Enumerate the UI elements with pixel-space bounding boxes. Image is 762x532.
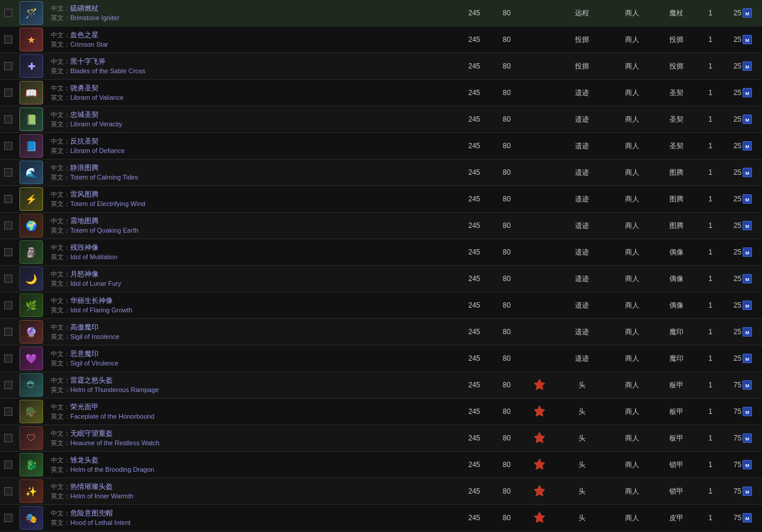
- item-name-col: 中文：骁勇圣契 英文：Libram of Valiance: [46, 82, 458, 103]
- table-row: 🛡 中文：无眠守望重盔 英文：Heaume of the Restless Wa…: [0, 425, 762, 452]
- item-type: 偶像: [656, 301, 697, 311]
- row-checkbox-col: [0, 195, 17, 203]
- item-name-col: 中文：静浪图腾 英文：Totem of Calming Tides: [46, 162, 458, 183]
- item-price: 25 M: [724, 168, 762, 177]
- currency-icon: M: [743, 221, 752, 230]
- row-checkbox[interactable]: [4, 168, 12, 177]
- item-slot: 头: [555, 513, 609, 523]
- currency-icon: M: [743, 88, 752, 97]
- row-checkbox[interactable]: [4, 381, 12, 389]
- item-name-col: 中文：荣光面甲 英文：Faceplate of the Honorbound: [46, 401, 458, 422]
- item-faction: [523, 351, 555, 365]
- item-name-cn: 中文：荣光面甲: [51, 402, 453, 412]
- table-row: 🌍 中文：震地图腾 英文：Totem of Quaking Earth 245 …: [0, 213, 762, 239]
- currency-icon: M: [743, 274, 752, 283]
- row-checkbox-col: [0, 142, 17, 150]
- item-slot: 投掷: [555, 61, 609, 71]
- item-count: 1: [697, 354, 724, 363]
- svg-marker-34: [534, 432, 545, 443]
- item-type: 图腾: [656, 221, 697, 231]
- item-count: 1: [697, 221, 724, 230]
- row-checkbox[interactable]: [4, 248, 12, 256]
- item-slot: 遗迹: [555, 301, 609, 311]
- item-type: 投掷: [656, 35, 697, 45]
- item-price: 75 M: [724, 407, 762, 416]
- row-checkbox-col: [0, 248, 17, 256]
- price-value: 25: [734, 168, 741, 177]
- item-icon: 🌍: [19, 214, 43, 237]
- svg-marker-31: [534, 406, 545, 416]
- item-price: 25 M: [724, 221, 762, 230]
- row-checkbox[interactable]: [4, 461, 12, 469]
- currency-icon: M: [743, 354, 752, 363]
- row-checkbox[interactable]: [4, 514, 12, 522]
- item-icon: 💜: [19, 347, 43, 370]
- row-checkbox[interactable]: [4, 221, 12, 230]
- item-req-level: 80: [490, 275, 523, 283]
- item-name-en: 英文：Hood of Lethal Intent: [51, 518, 453, 527]
- item-req-level: 80: [490, 328, 523, 336]
- svg-marker-43: [534, 512, 545, 523]
- item-name-en: 英文：Crimson Star: [51, 40, 453, 49]
- price-value: 75: [734, 407, 741, 416]
- currency-icon: M: [743, 513, 752, 523]
- item-name-cn: 中文：雏龙头盔: [51, 455, 453, 465]
- currency-icon: M: [743, 35, 752, 44]
- item-ilvl: 245: [458, 35, 490, 44]
- row-checkbox[interactable]: [4, 195, 12, 203]
- faction-empty: [523, 272, 537, 286]
- item-name-cn: 中文：华丽生长神像: [51, 296, 453, 306]
- item-icon-col: 🛡: [17, 425, 46, 451]
- row-checkbox[interactable]: [4, 407, 12, 416]
- item-icon-col: 🌙: [17, 266, 46, 292]
- faction-empty: [523, 139, 537, 153]
- svg-text:M: M: [745, 38, 750, 43]
- row-checkbox-col: [0, 275, 17, 283]
- row-checkbox[interactable]: [4, 9, 12, 17]
- row-checkbox-col: [0, 168, 17, 177]
- item-name-cn: 中文：血色之星: [51, 30, 453, 40]
- row-checkbox[interactable]: [4, 487, 12, 495]
- item-price: 25 M: [724, 247, 762, 257]
- item-name-col: 中文：残毁神像 英文：Idol of Mutilation: [46, 241, 458, 263]
- currency-icon: M: [743, 407, 752, 416]
- item-icon-col: ✚: [17, 53, 46, 79]
- row-checkbox[interactable]: [4, 35, 12, 44]
- item-price: 75 M: [724, 487, 762, 496]
- price-value: 75: [734, 461, 741, 469]
- item-name-col: 中文：雏龙头盔 英文：Helm of the Brooding Dragon: [46, 454, 458, 475]
- row-checkbox[interactable]: [4, 89, 12, 97]
- item-icon: 🐉: [19, 453, 43, 476]
- item-slot: 头: [555, 380, 609, 390]
- item-ilvl: 245: [458, 381, 490, 389]
- item-source: 商人: [609, 354, 656, 364]
- item-count: 1: [697, 248, 724, 256]
- item-source: 商人: [609, 301, 656, 311]
- row-checkbox[interactable]: [4, 142, 12, 150]
- item-source: 商人: [609, 513, 656, 523]
- table-row: 🌿 中文：华丽生长神像 英文：Idol of Flaring Growth 24…: [0, 292, 762, 319]
- row-checkbox[interactable]: [4, 328, 12, 336]
- item-icon: 🌊: [19, 161, 43, 184]
- item-name-cn: 中文：震地图腾: [51, 216, 453, 226]
- item-faction: [523, 404, 555, 419]
- item-name-en: 英文：Idol of Mutilation: [51, 253, 453, 262]
- row-checkbox[interactable]: [4, 62, 12, 70]
- row-checkbox[interactable]: [4, 275, 12, 283]
- item-ilvl: 245: [458, 221, 490, 230]
- item-ilvl: 245: [458, 328, 490, 336]
- item-type: 魔杖: [656, 8, 697, 18]
- item-name-en: 英文：Totem of Electrifying Wind: [51, 200, 453, 208]
- item-source: 商人: [609, 274, 656, 284]
- row-checkbox[interactable]: [4, 301, 12, 309]
- item-price: 75 M: [724, 460, 762, 469]
- price-value: 75: [734, 434, 741, 442]
- row-checkbox[interactable]: [4, 115, 12, 123]
- item-req-level: 80: [490, 461, 523, 469]
- item-type: 图腾: [656, 194, 697, 204]
- item-slot: 遗迹: [555, 354, 609, 364]
- item-name-col: 中文：高傲魔印 英文：Sigil of Insolence: [46, 321, 458, 342]
- item-count: 1: [697, 275, 724, 283]
- row-checkbox[interactable]: [4, 354, 12, 363]
- row-checkbox[interactable]: [4, 434, 12, 442]
